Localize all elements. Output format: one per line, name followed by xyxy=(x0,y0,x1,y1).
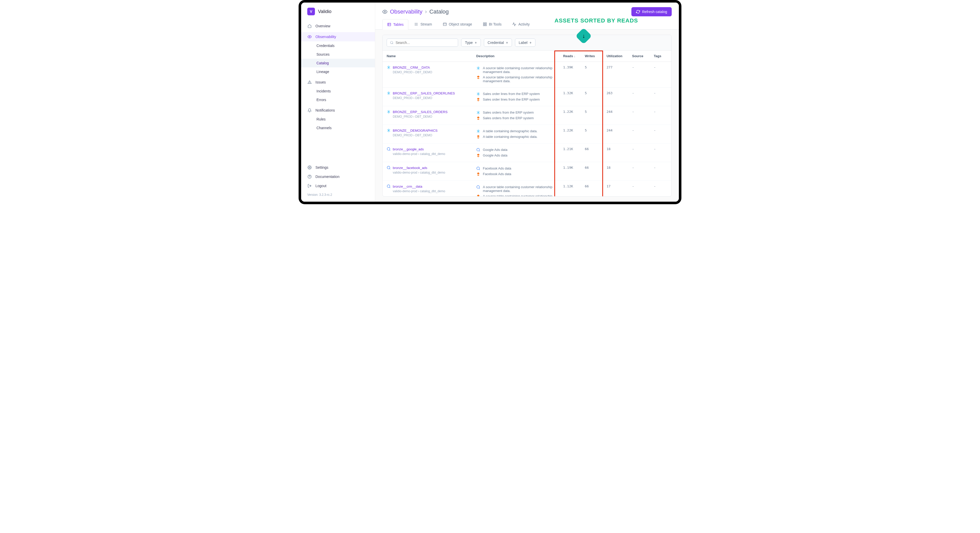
tags-value: - xyxy=(650,181,671,197)
nav-subitem-credentials[interactable]: Credentials xyxy=(301,41,375,50)
content: Type+Credential+Label+ NameDescriptionRe… xyxy=(375,30,679,202)
asset-name[interactable]: bronze__google_ads xyxy=(387,147,468,151)
svg-point-15 xyxy=(387,185,390,188)
svg-point-0 xyxy=(309,36,310,37)
snowflake-icon xyxy=(387,110,391,114)
column-header-reads[interactable]: Reads ↓ xyxy=(559,51,581,62)
nav-label: Sources xyxy=(317,53,329,56)
table-row[interactable]: bronze__google_ads validio-demo-prod › c… xyxy=(383,143,671,162)
header: Observability › Catalog Refresh catalog xyxy=(375,3,679,19)
bigquery-icon xyxy=(387,184,391,188)
tab-label: Stream xyxy=(420,22,432,26)
svg-point-3 xyxy=(384,11,386,13)
nav-item-issues[interactable]: Issues xyxy=(301,78,375,87)
column-header-name[interactable]: Name xyxy=(383,51,472,62)
asset-name[interactable]: BRONZE__ERP__SALES_ORDERLINES xyxy=(387,91,468,95)
table-row[interactable]: BRONZE__CRM__DATA DEMO_PROD › DBT_DEMO A… xyxy=(383,62,671,88)
nav-label: Rules xyxy=(317,117,326,121)
svg-point-11 xyxy=(387,148,390,150)
nav-subitem-rules[interactable]: Rules xyxy=(301,115,375,124)
tab-bi-tools[interactable]: BI Tools xyxy=(478,19,507,29)
nav-item-observability[interactable]: Observability xyxy=(301,32,375,41)
plus-icon: + xyxy=(530,41,531,45)
nav-subitem-incidents[interactable]: Incidents xyxy=(301,87,375,95)
asset-name[interactable]: BRONZE__CRM__DATA xyxy=(387,65,468,70)
tab-object-storage[interactable]: Object storage xyxy=(438,19,477,29)
svg-rect-8 xyxy=(485,24,487,26)
dbt-icon xyxy=(476,172,480,176)
column-header-source[interactable]: Source xyxy=(628,51,650,62)
nav-item-overview[interactable]: Overview xyxy=(301,21,375,31)
nav-subitem-channels[interactable]: Channels xyxy=(301,124,375,132)
sort-descending-icon: ↓ xyxy=(574,55,576,58)
nav: OverviewObservabilityCredentialsSourcesC… xyxy=(301,21,375,163)
description-text: Google Ads data xyxy=(483,153,508,157)
dbt-icon xyxy=(476,194,480,196)
nav-subitem-catalog[interactable]: Catalog xyxy=(301,59,375,67)
tags-value: - xyxy=(650,125,671,143)
table-row[interactable]: BRONZE__DEMOGRAPHICS DEMO_PROD › DBT_DEM… xyxy=(383,125,671,143)
stream-icon xyxy=(414,22,418,26)
asset-name[interactable]: bronze__facebook_ads xyxy=(387,165,468,170)
writes-value: 5 xyxy=(581,125,603,143)
table-row[interactable]: BRONZE__ERP__SALES_ORDERLINES DEMO_PROD … xyxy=(383,88,671,106)
column-header-utilization[interactable]: Utilization xyxy=(603,51,628,62)
catalog-panel: Type+Credential+Label+ NameDescriptionRe… xyxy=(382,35,672,197)
tab-activity[interactable]: Activity xyxy=(508,19,535,29)
activity-icon xyxy=(512,22,516,26)
asset-name[interactable]: bronze__crm__data xyxy=(387,184,468,188)
gear-icon xyxy=(307,165,312,170)
nav-subitem-errors[interactable]: Errors xyxy=(301,95,375,104)
description-text: Sales orders from the ERP system xyxy=(483,116,534,120)
tags-value: - xyxy=(650,62,671,88)
plus-icon: + xyxy=(475,41,477,45)
writes-value: 66 xyxy=(581,162,603,181)
filter-chip-label[interactable]: Label+ xyxy=(515,38,535,47)
nav-subitem-sources[interactable]: Sources xyxy=(301,50,375,59)
column-header-tags[interactable]: Tags xyxy=(650,51,671,62)
tags-value: - xyxy=(650,88,671,106)
footer-label: Logout xyxy=(315,184,326,188)
utilization-value: 18 xyxy=(603,143,628,162)
column-header-description[interactable]: Description xyxy=(472,51,559,62)
refresh-icon xyxy=(636,10,640,14)
chip-label: Type xyxy=(465,41,473,45)
utilization-value: 18 xyxy=(603,162,628,181)
search-input[interactable] xyxy=(396,41,455,45)
nav-item-notifications[interactable]: Notifications xyxy=(301,106,375,115)
brand: V Validio xyxy=(301,8,375,21)
table-row[interactable]: BRONZE__ERP__SALES_ORDERS DEMO_PROD › DB… xyxy=(383,106,671,125)
sidebar: V Validio OverviewObservabilityCredentia… xyxy=(301,3,375,202)
footer-item-documentation[interactable]: Documentation xyxy=(307,172,369,181)
table-row[interactable]: bronze__facebook_ads validio-demo-prod ›… xyxy=(383,162,671,181)
nav-subitem-lineage[interactable]: Lineage xyxy=(301,67,375,76)
help-icon xyxy=(307,174,312,179)
eye-icon xyxy=(307,35,312,39)
svg-rect-9 xyxy=(484,24,485,26)
filter-chip-credential[interactable]: Credential+ xyxy=(484,38,512,47)
utilization-value: 263 xyxy=(603,88,628,106)
column-header-writes[interactable]: Writes xyxy=(581,51,603,62)
reads-value: 1.19K xyxy=(559,162,581,181)
search-input-wrapper[interactable] xyxy=(387,38,458,47)
refresh-catalog-button[interactable]: Refresh catalog xyxy=(632,7,672,16)
tab-tables[interactable]: Tables xyxy=(382,19,408,30)
snowflake-icon xyxy=(387,65,391,70)
asset-name[interactable]: BRONZE__ERP__SALES_ORDERS xyxy=(387,110,468,114)
refresh-label: Refresh catalog xyxy=(642,10,667,14)
svg-rect-6 xyxy=(484,23,485,24)
tab-stream[interactable]: Stream xyxy=(409,19,437,29)
writes-value: 66 xyxy=(581,143,603,162)
dbt-icon xyxy=(476,116,480,120)
footer-item-settings[interactable]: Settings xyxy=(307,163,369,172)
asset-name[interactable]: BRONZE__DEMOGRAPHICS xyxy=(387,129,468,132)
utilization-value: 244 xyxy=(603,106,628,125)
table-row[interactable]: bronze__crm__data validio-demo-prod › ca… xyxy=(383,181,671,197)
dbt-icon xyxy=(476,135,480,139)
reads-value: 1.22K xyxy=(559,106,581,125)
breadcrumb-root[interactable]: Observability xyxy=(390,8,422,15)
snowflake-icon xyxy=(476,111,480,115)
footer-item-logout[interactable]: Logout xyxy=(307,181,369,191)
filter-chip-type[interactable]: Type+ xyxy=(461,38,481,47)
nav-label: Channels xyxy=(317,126,331,130)
